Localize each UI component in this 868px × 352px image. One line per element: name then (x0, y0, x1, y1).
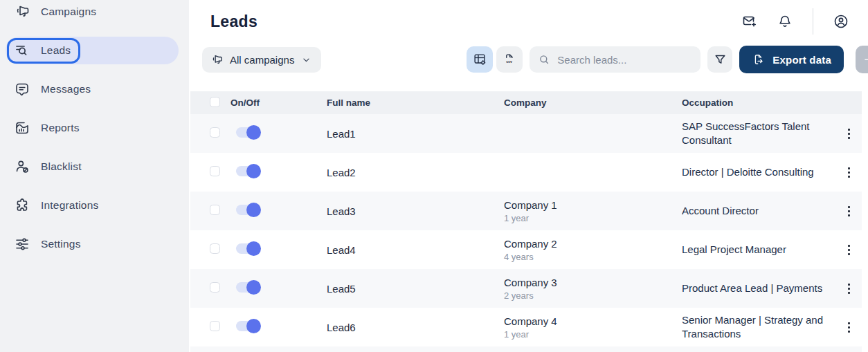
main-content: Leads (189, 0, 868, 352)
row-menu-button[interactable] (845, 319, 853, 335)
table-row: Lead3 Company 1 1 year Account Director (190, 192, 862, 230)
lead-name: Lead1 (327, 128, 504, 140)
sidebar-item-settings[interactable]: Settings (0, 225, 189, 263)
sidebar-item-label: Reports (41, 122, 80, 134)
row-menu-button[interactable] (845, 281, 853, 297)
sidebar-item-label: Blacklist (41, 160, 82, 173)
search-icon (538, 53, 551, 66)
profile-button[interactable] (833, 13, 849, 30)
puzzle-icon (14, 197, 30, 214)
megaphone-icon (210, 53, 224, 66)
sidebar: Campaigns Leads Mes (0, 0, 189, 352)
leads-table: On/Off Full name Company Occupation Lead… (190, 91, 862, 352)
onoff-toggle[interactable] (236, 321, 260, 331)
company-name: Company 3 (504, 277, 682, 288)
bell-icon (777, 13, 793, 30)
row-toggle-cell (230, 321, 327, 334)
sidebar-item-messages[interactable]: Messages (0, 70, 189, 109)
company-cell: Company 3 2 years (504, 277, 682, 301)
lead-name: Lead3 (327, 205, 504, 217)
company-tenure: 4 years (504, 252, 682, 262)
sidebar-item-integrations[interactable]: Integrations (0, 186, 189, 225)
sidebar-item-campaigns[interactable]: Campaigns (0, 0, 189, 31)
row-menu-cell (845, 281, 862, 297)
export-data-button[interactable]: Export data (739, 46, 844, 73)
search-box (530, 46, 700, 73)
row-menu-button[interactable] (845, 242, 853, 258)
table-row: Lead5 Company 3 2 years Product Area Lea… (190, 269, 862, 308)
onoff-toggle[interactable] (236, 282, 260, 293)
row-checkbox[interactable] (210, 321, 220, 331)
topbar-divider (813, 8, 813, 35)
search-input[interactable] (557, 54, 695, 66)
avatar-icon (833, 13, 849, 30)
table-row: Lead6 Company 4 1 year Senior Manager | … (190, 308, 862, 346)
toolbar-right: csv (467, 46, 856, 73)
company-cell (504, 133, 682, 135)
csv-file-icon: csv (502, 52, 517, 67)
new-message-button[interactable] (741, 13, 757, 30)
occupation: Legal Project Manager (682, 243, 830, 257)
view-toggle-group: csv (467, 46, 523, 73)
sidebar-item-reports[interactable]: Reports (0, 109, 189, 147)
occupation: SAP SuccessFactors Talent Consultant (682, 120, 830, 147)
export-data-label: Export data (772, 54, 831, 66)
row-menu-button[interactable] (845, 126, 853, 142)
toggle-knob (246, 203, 261, 217)
onoff-toggle[interactable] (236, 127, 260, 138)
company-cell: Company 4 1 year (504, 315, 682, 340)
row-checkbox[interactable] (210, 282, 220, 293)
occupation: Account Director (682, 204, 830, 218)
onoff-toggle[interactable] (236, 205, 260, 215)
table-row: Lead4 Company 2 4 years Legal Project Ma… (190, 230, 862, 269)
row-toggle-cell (230, 243, 327, 257)
company-tenure: 1 year (504, 213, 682, 223)
company-name: Company 4 (504, 315, 682, 327)
table-row-partial (190, 346, 862, 352)
header-checkbox-cell (190, 97, 230, 109)
notifications-button[interactable] (777, 13, 793, 30)
company-cell: Company 2 4 years (504, 238, 682, 262)
onoff-toggle[interactable] (236, 243, 260, 254)
row-toggle-cell (230, 205, 327, 218)
row-toggle-cell (230, 166, 327, 179)
row-checkbox-cell (190, 166, 230, 179)
column-header-onoff: On/Off (230, 98, 327, 108)
row-menu-cell (845, 126, 862, 142)
table-row: Lead1 SAP SuccessFactors Talent Consulta… (190, 114, 862, 153)
row-checkbox-cell (190, 127, 230, 140)
row-checkbox[interactable] (210, 205, 220, 215)
sidebar-item-blacklist[interactable]: Blacklist (0, 147, 189, 186)
sidebar-item-leads[interactable]: Leads (0, 31, 189, 70)
add-lead-button[interactable] (856, 46, 868, 73)
lead-name: Lead6 (327, 322, 504, 333)
sliders-icon (14, 236, 30, 252)
chat-icon (14, 81, 30, 98)
row-checkbox[interactable] (210, 127, 220, 138)
row-checkbox[interactable] (210, 243, 220, 254)
page-title: Leads (210, 12, 257, 31)
sidebar-item-label: Messages (41, 83, 91, 95)
table-view-button[interactable] (467, 46, 493, 73)
column-header-occupation: Occupation (682, 98, 845, 108)
onoff-toggle[interactable] (236, 166, 260, 176)
row-menu-cell (845, 203, 862, 219)
filter-button[interactable] (707, 46, 732, 73)
row-menu-button[interactable] (845, 203, 853, 219)
row-checkbox[interactable] (210, 166, 220, 176)
lead-name: Lead5 (327, 283, 504, 295)
toggle-knob (246, 241, 261, 256)
toggle-knob (246, 125, 261, 140)
topbar: Leads (189, 0, 868, 43)
lead-name: Lead4 (327, 244, 504, 256)
mail-plus-icon (741, 13, 757, 30)
select-all-checkbox[interactable] (210, 97, 220, 107)
toggle-knob (246, 319, 261, 333)
megaphone-icon (14, 3, 30, 20)
campaign-filter-dropdown[interactable]: All campaigns (202, 47, 321, 73)
row-menu-button[interactable] (845, 165, 853, 180)
csv-view-button[interactable]: csv (496, 46, 523, 73)
sidebar-item-label: Campaigns (41, 6, 96, 18)
plus-icon (862, 52, 868, 67)
table-row: Lead2 Director | Deloitte Consulting (190, 153, 862, 192)
